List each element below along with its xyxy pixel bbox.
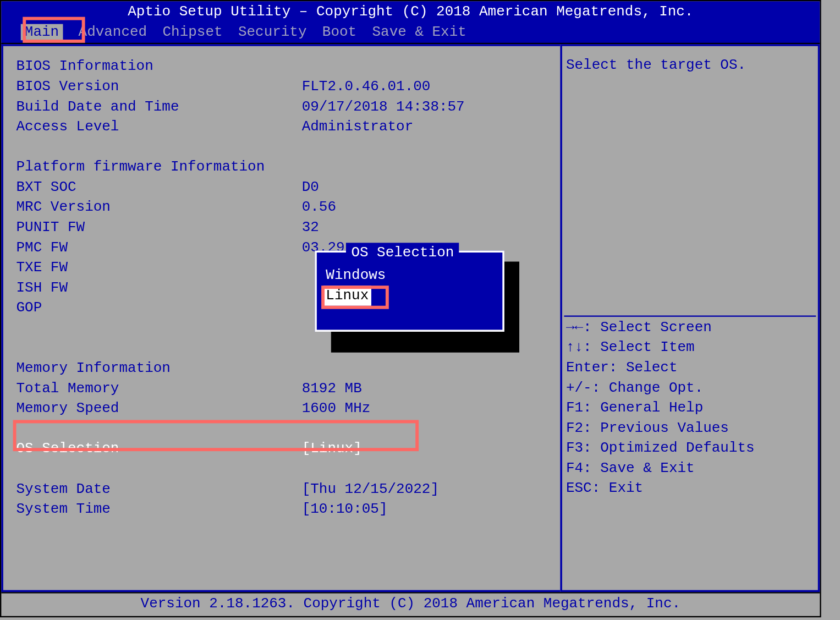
value-total-memory: 8192 MB [302, 378, 362, 399]
value-build-date: 09/17/2018 14:38:57 [302, 97, 465, 117]
row-total-memory: Total Memory 8192 MB [16, 378, 547, 399]
tab-security[interactable]: Security [238, 24, 307, 40]
bios-info-heading: BIOS Information [16, 57, 547, 77]
row-access-level: Access Level Administrator [16, 117, 547, 137]
row-os-selection[interactable]: OS Selection [Linux] [16, 439, 547, 459]
label-memory-speed: Memory Speed [16, 399, 301, 419]
value-memory-speed: 1600 MHz [302, 399, 371, 419]
value-os-selection: [Linux] [302, 439, 362, 459]
platform-heading: Platform firmware Information [16, 157, 547, 178]
value-access-level: Administrator [302, 117, 414, 137]
key-select-screen: →←: Select Screen [566, 317, 755, 338]
key-esc: ESC: Exit [566, 479, 755, 499]
tab-advanced[interactable]: Advanced [79, 24, 147, 40]
footer-bar: Version 2.18.1263. Copyright (C) 2018 Am… [1, 594, 820, 612]
label-build-date: Build Date and Time [16, 97, 301, 117]
label-system-time: System Time [16, 499, 301, 519]
right-pane: Select the target OS. →←: Select Screen … [560, 44, 820, 592]
key-enter: Enter: Select [566, 358, 755, 378]
tab-boot[interactable]: Boot [322, 24, 356, 40]
content-area: BIOS Information BIOS Version FLT2.0.46.… [1, 44, 820, 593]
label-system-date: System Date [16, 479, 301, 500]
os-selection-popup: OS Selection Windows Linux [315, 250, 504, 332]
value-system-time: [10:10:05] [302, 499, 388, 519]
label-bios-version: BIOS Version [16, 76, 301, 97]
key-select-item: ↑↓: Select Item [566, 338, 755, 358]
value-bios-version: FLT2.0.46.01.00 [302, 76, 431, 97]
left-pane: BIOS Information BIOS Version FLT2.0.46.… [1, 44, 560, 592]
label-punit: PUNIT FW [16, 217, 301, 238]
help-text: Select the target OS. [566, 55, 814, 75]
row-build-date: Build Date and Time 09/17/2018 14:38:57 [16, 97, 547, 117]
menu-tabs: Main Advanced Chipset Security Boot Save… [1, 24, 466, 40]
label-access-level: Access Level [16, 117, 301, 137]
label-bxt-soc: BXT SOC [16, 177, 301, 197]
value-mrc: 0.56 [302, 197, 336, 218]
tab-save-exit[interactable]: Save & Exit [372, 24, 466, 40]
help-keys: →←: Select Screen ↑↓: Select Item Enter:… [566, 317, 755, 498]
tab-chipset[interactable]: Chipset [163, 24, 223, 40]
row-memory-speed: Memory Speed 1600 MHz [16, 399, 547, 419]
popup-option-windows[interactable]: Windows [323, 266, 496, 286]
header-bar: Aptio Setup Utility – Copyright (C) 2018… [1, 1, 820, 44]
key-f4: F4: Save & Exit [566, 458, 755, 479]
tab-main[interactable]: Main [21, 24, 63, 40]
row-system-date[interactable]: System Date [Thu 12/15/2022] [16, 479, 547, 500]
key-f3: F3: Optimized Defaults [566, 438, 755, 458]
label-ish: ISH FW [16, 278, 301, 298]
window-title: Aptio Setup Utility – Copyright (C) 2018… [1, 1, 820, 21]
value-punit: 32 [302, 217, 319, 238]
label-total-memory: Total Memory [16, 378, 301, 399]
label-mrc: MRC Version [16, 197, 301, 218]
row-punit: PUNIT FW 32 [16, 217, 547, 238]
popup-title: OS Selection [346, 243, 459, 263]
label-pmc: PMC FW [16, 238, 301, 258]
key-f2: F2: Previous Values [566, 418, 755, 438]
row-mrc: MRC Version 0.56 [16, 197, 547, 218]
row-system-time[interactable]: System Time [10:10:05] [16, 499, 547, 519]
bios-window: Aptio Setup Utility – Copyright (C) 2018… [0, 0, 821, 617]
value-system-date: [Thu 12/15/2022] [302, 479, 439, 500]
label-os-selection: OS Selection [16, 439, 301, 459]
row-bios-version: BIOS Version FLT2.0.46.01.00 [16, 76, 547, 97]
memory-heading: Memory Information [16, 358, 547, 378]
key-change-opt: +/-: Change Opt. [566, 378, 755, 398]
value-bxt-soc: D0 [302, 177, 319, 197]
key-f1: F1: General Help [566, 398, 755, 418]
label-gop: GOP [16, 298, 301, 319]
row-bxt-soc: BXT SOC D0 [16, 177, 547, 197]
popup-option-linux[interactable]: Linux [323, 286, 496, 306]
right-divider [564, 315, 816, 316]
label-txe: TXE FW [16, 257, 301, 278]
